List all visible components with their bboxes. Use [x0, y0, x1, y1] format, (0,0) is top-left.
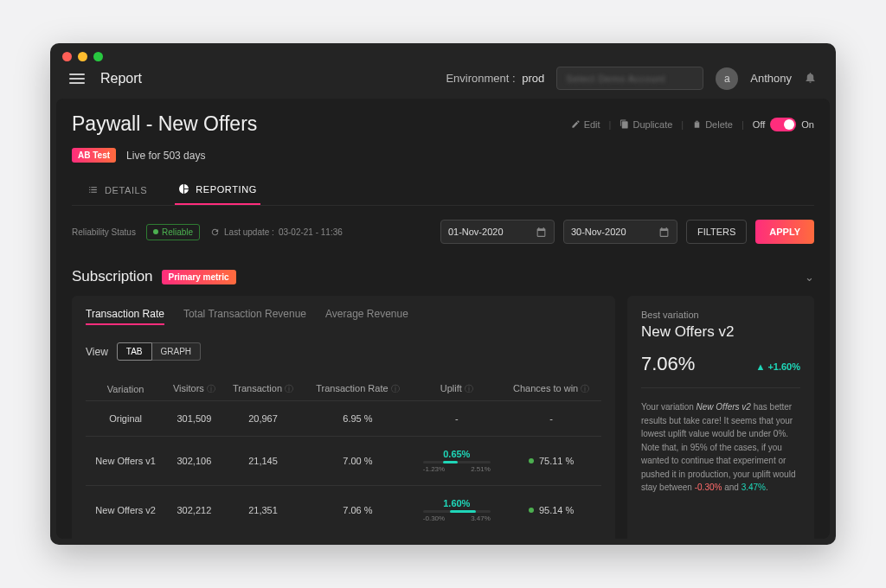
- delete-button[interactable]: Delete: [692, 119, 733, 130]
- topbar: Report Environment : prod Select Demo Ac…: [50, 61, 836, 99]
- close-window-icon[interactable]: [62, 52, 72, 61]
- maximize-window-icon[interactable]: [93, 52, 103, 61]
- subtab-total-revenue[interactable]: Total Transaction Revenue: [183, 308, 306, 325]
- reliability-label: Reliability Status: [72, 227, 136, 237]
- subtab-transaction-rate[interactable]: Transaction Rate: [86, 308, 164, 325]
- best-variation-name: New Offers v2: [641, 323, 800, 341]
- col-visitors: Visitorsⓘ: [165, 378, 222, 401]
- environment-label: Environment : prod: [446, 72, 544, 85]
- col-variation: Variation: [86, 378, 165, 401]
- calendar-icon: [536, 227, 547, 238]
- app-title: Report: [100, 71, 142, 86]
- primary-metric-badge: Primary metric: [162, 270, 236, 284]
- best-variation-uplift: ▲ +1.60%: [755, 361, 800, 372]
- best-variation-panel: Best variation New Offers v2 7.06% ▲ +1.…: [627, 296, 814, 539]
- tab-reporting[interactable]: REPORTING: [175, 183, 260, 205]
- reliability-badge: Reliable: [146, 224, 200, 240]
- minimize-window-icon[interactable]: [78, 52, 87, 61]
- filters-button[interactable]: FILTERS: [686, 220, 747, 244]
- page-actions: Edit | Duplicate | Delete | Off On: [571, 118, 814, 131]
- app-window: Report Environment : prod Select Demo Ac…: [50, 43, 836, 545]
- results-table: VariationVisitorsⓘTransactionⓘTransactio…: [86, 378, 601, 534]
- col-rate: Transaction Rateⓘ: [303, 378, 412, 401]
- date-to-input[interactable]: 30-Nov-2020: [563, 220, 677, 244]
- page-title: Paywall - New Offers: [72, 112, 257, 136]
- username: Anthony: [750, 72, 792, 85]
- last-update[interactable]: Last update : 03-02-21 - 11:36: [210, 227, 343, 237]
- table-row: Original301,50920,9676.95 %--: [86, 401, 601, 437]
- toggle-on-label: On: [801, 119, 814, 130]
- section-title: Subscription: [72, 268, 153, 285]
- col-transaction: Transactionⓘ: [223, 378, 304, 401]
- avatar[interactable]: a: [716, 67, 738, 90]
- subtab-average-revenue[interactable]: Average Revenue: [325, 308, 408, 325]
- tab-details[interactable]: DETAILS: [84, 183, 151, 205]
- view-label: View: [86, 346, 108, 358]
- apply-button[interactable]: APPLY: [755, 220, 814, 244]
- toggle-off-label: Off: [753, 119, 765, 130]
- bell-icon[interactable]: [804, 71, 817, 86]
- edit-button[interactable]: Edit: [571, 119, 600, 130]
- table-row: New Offers v2302,21221,3517.06 %1.60%-0.…: [86, 486, 601, 535]
- status-toggle[interactable]: [770, 118, 796, 131]
- live-duration: Live for 503 days: [126, 150, 205, 162]
- calendar-icon: [658, 227, 670, 238]
- menu-icon[interactable]: [69, 74, 85, 84]
- window-controls: [50, 43, 836, 61]
- view-graph-button[interactable]: GRAPH: [152, 342, 202, 361]
- best-variation-label: Best variation: [641, 310, 800, 320]
- duplicate-button[interactable]: Duplicate: [620, 119, 672, 130]
- col-win: Chances to winⓘ: [501, 378, 601, 401]
- best-variation-rate: 7.06%: [641, 353, 695, 375]
- best-variation-summary: Your variation New Offers v2 has better …: [641, 400, 800, 495]
- account-selector[interactable]: Select Demo Account: [556, 67, 703, 90]
- col-uplift: Upliftⓘ: [412, 378, 501, 401]
- table-row: New Offers v1302,10621,1457.00 %0.65%-1.…: [86, 437, 601, 486]
- test-type-badge: AB Test: [72, 148, 116, 163]
- results-panel: Transaction Rate Total Transaction Reven…: [72, 296, 615, 539]
- view-tab-button[interactable]: TAB: [117, 342, 152, 361]
- date-from-input[interactable]: 01-Nov-2020: [440, 220, 555, 244]
- content-area: Paywall - New Offers Edit | Duplicate | …: [56, 99, 830, 539]
- collapse-section-icon[interactable]: ⌄: [805, 271, 814, 284]
